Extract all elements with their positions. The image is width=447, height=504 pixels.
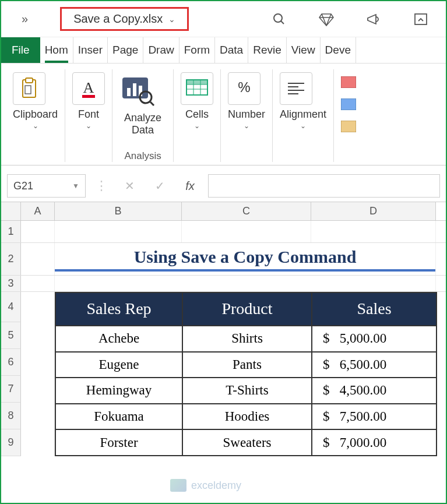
tab-view[interactable]: View bbox=[287, 37, 321, 63]
filename-dropdown[interactable]: Save a Copy.xlsx ⌄ bbox=[60, 7, 189, 31]
row-header[interactable]: 6 bbox=[1, 349, 21, 376]
svg-text:%: % bbox=[238, 79, 250, 95]
analysis-group-label: Analysis bbox=[124, 150, 161, 162]
title-bar: » Save a Copy.xlsx ⌄ bbox=[1, 1, 446, 37]
cell-sales[interactable]: $ 7,500.00 bbox=[312, 404, 437, 430]
fx-button[interactable]: fx bbox=[178, 174, 202, 198]
cell-styles-icon[interactable] bbox=[341, 121, 356, 132]
cell-product[interactable]: Pants bbox=[182, 352, 312, 378]
cell[interactable] bbox=[21, 221, 55, 242]
cell[interactable] bbox=[311, 221, 436, 242]
col-header-C[interactable]: C bbox=[182, 202, 311, 220]
title-cell[interactable]: Using Save a Copy Command bbox=[55, 243, 436, 275]
tab-formulas[interactable]: Form bbox=[179, 37, 215, 63]
font-icon[interactable]: A bbox=[72, 72, 105, 105]
tab-draw[interactable]: Draw bbox=[143, 37, 179, 63]
diamond-icon[interactable] bbox=[319, 12, 334, 27]
column-headers: A B C D bbox=[1, 202, 446, 221]
cell-rep[interactable]: Eugene bbox=[55, 352, 182, 378]
row-header[interactable]: 3 bbox=[1, 276, 21, 291]
cell-rep[interactable]: Hemingway bbox=[55, 378, 182, 404]
row-header[interactable]: 9 bbox=[1, 429, 21, 456]
cell-rep[interactable]: Fokuama bbox=[55, 404, 182, 430]
cancel-button[interactable]: ✕ bbox=[117, 174, 142, 198]
row-header[interactable]: 5 bbox=[1, 322, 21, 349]
row-header[interactable]: 1 bbox=[1, 221, 21, 242]
row-header[interactable]: 2 bbox=[1, 243, 21, 275]
row-header[interactable]: 7 bbox=[1, 376, 21, 403]
cell-rep[interactable]: Achebe bbox=[55, 326, 182, 352]
analyze-label: Analyze Data bbox=[119, 112, 166, 136]
title-actions bbox=[272, 12, 440, 27]
table-header[interactable]: Sales Rep bbox=[55, 292, 182, 326]
cell[interactable] bbox=[55, 221, 182, 242]
ribbon-collapse-icon[interactable] bbox=[413, 12, 428, 27]
table-area: 4 5 6 7 8 9 Sales Rep Product Sales Ache… bbox=[1, 292, 446, 456]
chevron-down-icon[interactable]: ⌄ bbox=[280, 122, 326, 130]
svg-rect-7 bbox=[82, 95, 95, 98]
table-header[interactable]: Product bbox=[182, 292, 312, 326]
ribbon-group-number: % Number ⌄ bbox=[221, 69, 273, 162]
number-icon[interactable]: % bbox=[228, 72, 261, 105]
cell-product[interactable]: Hoodies bbox=[182, 404, 312, 430]
ribbon-tabs: File Hom Inser Page Draw Form Data Revie… bbox=[1, 37, 446, 64]
cell-product[interactable]: Shirts bbox=[182, 326, 312, 352]
megaphone-icon[interactable] bbox=[366, 12, 381, 27]
cells-icon[interactable] bbox=[181, 72, 213, 105]
ribbon-group-font: A Font ⌄ bbox=[65, 69, 112, 162]
tab-page-layout[interactable]: Page bbox=[108, 37, 143, 63]
row: 2 Using Save a Copy Command bbox=[1, 243, 446, 276]
chevron-down-icon[interactable]: ⌄ bbox=[181, 122, 213, 130]
cell[interactable] bbox=[21, 276, 55, 291]
svg-text:A: A bbox=[83, 79, 94, 96]
cell-sales[interactable]: $ 7,000.00 bbox=[312, 429, 437, 456]
row-header[interactable]: 4 bbox=[1, 292, 21, 322]
cell-sales[interactable]: $ 6,500.00 bbox=[312, 352, 437, 378]
table-row: Achebe Shirts $ 5,000.00 bbox=[55, 326, 437, 352]
chevron-down-icon[interactable]: ⌄ bbox=[228, 122, 265, 130]
svg-rect-27 bbox=[341, 121, 356, 132]
analyze-data-icon[interactable] bbox=[119, 72, 156, 108]
ribbon: Clipboard ⌄ A Font ⌄ Analyze Data Analys… bbox=[1, 64, 446, 165]
tab-file[interactable]: File bbox=[1, 37, 40, 63]
search-icon[interactable] bbox=[272, 12, 287, 27]
cell-product[interactable]: T-Shirts bbox=[182, 378, 312, 404]
svg-rect-19 bbox=[186, 80, 207, 84]
cell-product[interactable]: Sweaters bbox=[182, 429, 312, 456]
enter-button[interactable]: ✓ bbox=[147, 174, 172, 198]
table-header[interactable]: Sales bbox=[312, 292, 437, 326]
chevron-down-icon[interactable]: ⌄ bbox=[72, 122, 105, 130]
cell-sales[interactable]: $ 5,000.00 bbox=[312, 326, 437, 352]
format-table-icon[interactable] bbox=[341, 98, 356, 110]
row: 3 bbox=[1, 276, 446, 292]
font-label: Font bbox=[72, 108, 105, 121]
cell[interactable] bbox=[55, 276, 436, 291]
conditional-formatting-icon[interactable] bbox=[341, 76, 356, 88]
clipboard-icon[interactable] bbox=[13, 72, 45, 105]
tab-review[interactable]: Revie bbox=[248, 37, 287, 63]
svg-line-13 bbox=[150, 102, 154, 105]
name-box[interactable]: G21 ▼ bbox=[7, 174, 86, 198]
cell[interactable] bbox=[182, 221, 311, 242]
tab-data[interactable]: Data bbox=[215, 37, 248, 63]
chevron-down-icon: ⌄ bbox=[168, 15, 175, 24]
col-header-D[interactable]: D bbox=[311, 202, 436, 220]
alignment-icon[interactable] bbox=[280, 72, 312, 105]
col-header-A[interactable]: A bbox=[21, 202, 55, 220]
row-header[interactable]: 8 bbox=[1, 403, 21, 429]
tab-insert[interactable]: Inser bbox=[73, 37, 108, 63]
qat-overflow-button[interactable]: » bbox=[7, 12, 43, 26]
svg-rect-26 bbox=[341, 98, 356, 110]
col-A-cells[interactable] bbox=[21, 292, 55, 456]
worksheet[interactable]: A B C D 1 2 Using Save a Copy Command 3 bbox=[1, 202, 446, 456]
tab-home[interactable]: Hom bbox=[40, 37, 73, 63]
cell-rep[interactable]: Forster bbox=[55, 429, 182, 456]
cell[interactable] bbox=[21, 243, 55, 275]
sheet-title: Using Save a Copy Command bbox=[55, 247, 435, 272]
cell-sales[interactable]: $ 4,500.00 bbox=[312, 378, 437, 404]
formula-input[interactable] bbox=[208, 174, 440, 198]
col-header-B[interactable]: B bbox=[55, 202, 182, 220]
chevron-down-icon[interactable]: ⌄ bbox=[13, 122, 58, 130]
select-all-corner[interactable] bbox=[1, 202, 21, 220]
tab-developer[interactable]: Deve bbox=[321, 37, 356, 63]
